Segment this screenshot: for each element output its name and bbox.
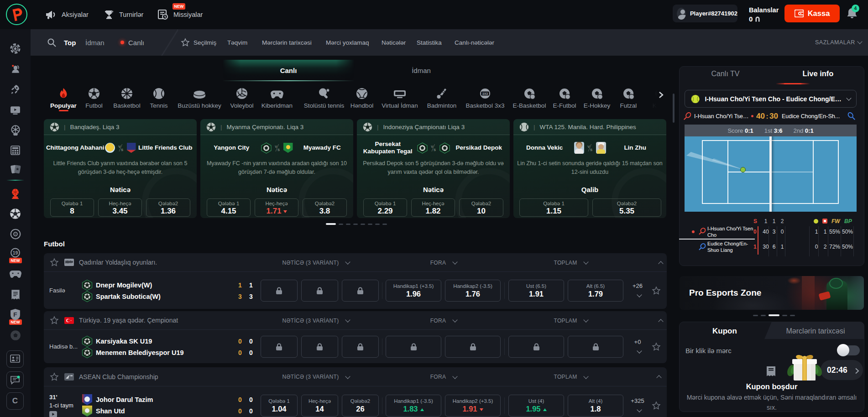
svg-text:3X3: 3X3 bbox=[482, 92, 488, 95]
svg-text:19: 19 bbox=[13, 250, 18, 255]
svg-text:V: V bbox=[275, 145, 277, 149]
svg-text:V: V bbox=[431, 145, 433, 149]
svg-text:S: S bbox=[121, 148, 123, 152]
svg-text:S: S bbox=[434, 148, 436, 152]
svg-text:F: F bbox=[13, 311, 17, 318]
svg-text:V: V bbox=[587, 145, 590, 149]
svg-text:S: S bbox=[590, 148, 592, 152]
svg-text:V: V bbox=[118, 145, 120, 149]
svg-text:S: S bbox=[277, 148, 280, 152]
